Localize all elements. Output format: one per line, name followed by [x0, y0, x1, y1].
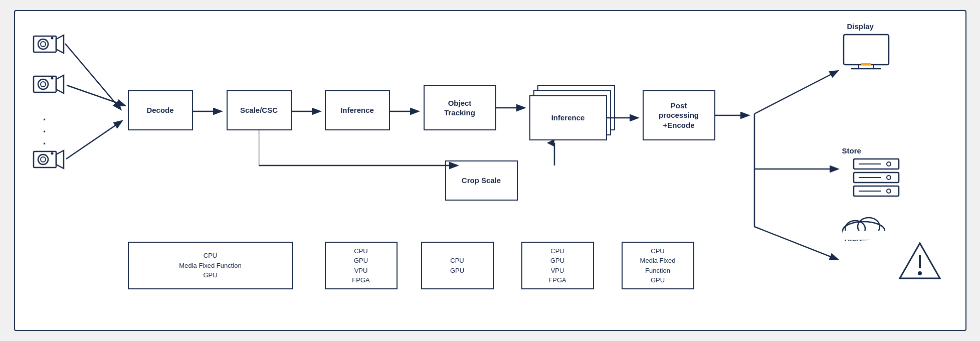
diagram-container: ···: [14, 10, 966, 331]
display-icon: [841, 32, 891, 72]
svg-point-50: [918, 271, 922, 275]
svg-line-16: [67, 85, 124, 105]
svg-point-4: [51, 37, 53, 40]
alert-icon: [897, 239, 942, 284]
camera-icon-1: [31, 30, 66, 58]
bottom-box-2: CPUGPUVPUFPGA: [325, 242, 398, 289]
bottom-box-3: CPUGPU: [421, 242, 494, 289]
svg-point-43: [887, 189, 891, 193]
svg-rect-31: [844, 35, 889, 65]
display-label: Display: [847, 22, 874, 31]
bottom-box-1: CPUMedia Fixed FunctionGPU: [128, 242, 293, 289]
decode-box: Decode: [128, 90, 193, 130]
svg-line-28: [754, 71, 837, 114]
camera-icon-3: [31, 145, 66, 173]
arrow-inf1-objtrack: [390, 107, 425, 115]
arrow-decode-scale: [193, 107, 228, 115]
svg-point-12: [41, 157, 46, 162]
store-icon: [851, 156, 901, 202]
arrow-scale-cropscale: [259, 130, 469, 186]
svg-point-6: [38, 79, 48, 89]
arrow-cropscale-inf2: [517, 140, 557, 165]
arrow-inf2-postproc: [607, 114, 645, 122]
object-tracking-box: ObjectTracking: [424, 85, 496, 130]
arrow-cam3-decode: [64, 106, 134, 166]
svg-point-7: [41, 82, 46, 87]
svg-point-2: [41, 42, 46, 47]
svg-line-17: [66, 121, 121, 159]
dots-indicator: ···: [43, 114, 46, 150]
scale-csc-box: Scale/CSC: [227, 90, 292, 130]
svg-point-11: [38, 154, 48, 164]
svg-point-40: [887, 176, 891, 180]
post-processing-box: Postprocessing+Encode: [643, 90, 715, 140]
cloud-icon: [841, 212, 886, 242]
inference2-box: Inference: [529, 95, 607, 140]
camera-icon-2: [31, 70, 66, 98]
svg-marker-13: [56, 150, 64, 168]
bottom-box-4: CPUGPUVPUFPGA: [521, 242, 594, 289]
svg-point-1: [38, 39, 48, 49]
store-label: Store: [842, 146, 861, 155]
svg-point-14: [51, 152, 53, 155]
svg-line-30: [754, 227, 837, 259]
svg-point-37: [887, 162, 891, 166]
svg-point-9: [51, 77, 53, 80]
svg-rect-47: [843, 231, 885, 240]
arrow-scale-inference1: [292, 107, 327, 115]
svg-rect-34: [861, 63, 871, 65]
inference1-box: Inference: [325, 90, 390, 130]
bottom-box-5: CPUMedia FixedFunctionGPU: [622, 242, 694, 289]
arrow-objtrack-inf2: [496, 104, 531, 112]
